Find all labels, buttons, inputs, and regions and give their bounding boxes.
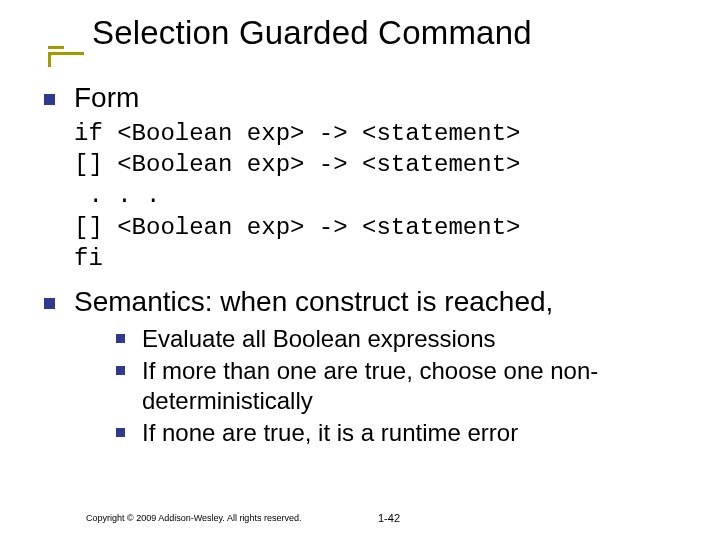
title-accent-graphic bbox=[48, 52, 84, 55]
bullet-square-icon bbox=[116, 334, 125, 343]
list-item: Evaluate all Boolean expressions bbox=[116, 324, 690, 354]
list-item: If none are true, it is a runtime error bbox=[116, 418, 690, 448]
code-block: if <Boolean exp> -> <statement> [] <Bool… bbox=[74, 114, 690, 282]
list-item-text: If none are true, it is a runtime error bbox=[142, 419, 518, 446]
list-item: If more than one are true, choose one no… bbox=[116, 356, 690, 416]
bullet-square-icon bbox=[116, 428, 125, 437]
bullet-list-level1: Form if <Boolean exp> -> <statement> [] … bbox=[44, 82, 690, 448]
bullet-list-level2: Evaluate all Boolean expressions If more… bbox=[74, 318, 690, 448]
slide-title: Selection Guarded Command bbox=[92, 14, 720, 52]
page-number: 1-42 bbox=[378, 512, 400, 524]
footer-copyright: Copyright © 2009 Addison-Wesley. All rig… bbox=[86, 513, 301, 524]
bullet-square-icon bbox=[116, 366, 125, 375]
list-item-text: If more than one are true, choose one no… bbox=[142, 357, 598, 414]
bullet-square-icon bbox=[44, 298, 55, 309]
bullet-semantics-label: Semantics: when construct is reached, bbox=[74, 286, 553, 317]
bullet-square-icon bbox=[44, 94, 55, 105]
slide-body: Form if <Boolean exp> -> <statement> [] … bbox=[0, 60, 720, 448]
bullet-semantics: Semantics: when construct is reached, Ev… bbox=[44, 286, 690, 448]
bullet-form-label: Form bbox=[74, 82, 139, 113]
list-item-text: Evaluate all Boolean expressions bbox=[142, 325, 496, 352]
title-block: Selection Guarded Command bbox=[0, 0, 720, 60]
bullet-form: Form if <Boolean exp> -> <statement> [] … bbox=[44, 82, 690, 282]
